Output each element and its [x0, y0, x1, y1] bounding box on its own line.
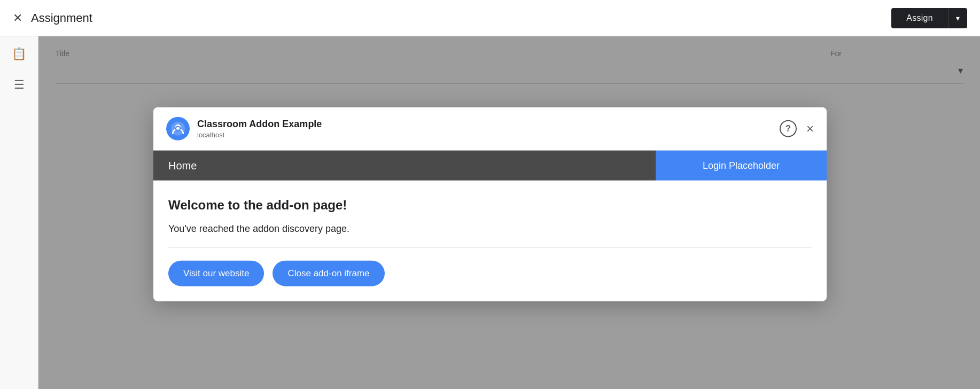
- assign-dropdown-arrow-icon: ▾: [956, 14, 960, 22]
- menu-icon: ☰: [14, 78, 25, 92]
- addon-subtitle: localhost: [197, 131, 322, 139]
- addon-logo: [166, 117, 190, 141]
- close-iframe-button[interactable]: Close add-on iframe: [273, 261, 384, 286]
- dialog-close-button[interactable]: ×: [806, 122, 814, 135]
- dialog-discovery-text: You've reached the addon discovery page.: [168, 223, 812, 235]
- addon-dialog: Classroom Addon Example localhost ? × Ho…: [153, 107, 827, 301]
- addon-logo-svg: [170, 121, 185, 136]
- assign-button-group: Assign ▾: [891, 8, 967, 28]
- nav-home-label: Home: [168, 159, 197, 172]
- close-page-icon[interactable]: ✕: [13, 11, 22, 25]
- dialog-welcome-text: Welcome to the add-on page!: [168, 198, 812, 213]
- clipboard-icon: 📋: [12, 47, 26, 61]
- dialog-body: Welcome to the add-on page! You've reach…: [153, 181, 827, 301]
- nav-login-label: Login Placeholder: [703, 160, 780, 171]
- assign-button[interactable]: Assign: [891, 8, 948, 28]
- dialog-nav: Home Login Placeholder: [153, 151, 827, 181]
- top-bar-left: ✕ Assignment: [13, 11, 92, 25]
- dialog-divider: [168, 247, 812, 248]
- visit-website-button[interactable]: Visit our website: [168, 261, 264, 286]
- help-button[interactable]: ?: [780, 120, 797, 137]
- addon-info: Classroom Addon Example localhost: [197, 119, 322, 139]
- top-bar: ✕ Assignment Assign ▾: [0, 0, 980, 36]
- dialog-buttons: Visit our website Close add-on iframe: [168, 261, 812, 286]
- sidebar: 📋 ☰: [0, 36, 38, 389]
- page-title: Assignment: [31, 11, 92, 25]
- dialog-header: Classroom Addon Example localhost ? ×: [153, 107, 827, 151]
- dialog-header-right: ? ×: [780, 120, 814, 137]
- addon-title: Classroom Addon Example: [197, 119, 322, 130]
- assign-dropdown-button[interactable]: ▾: [948, 8, 967, 28]
- nav-login[interactable]: Login Placeholder: [656, 151, 827, 181]
- dialog-header-left: Classroom Addon Example localhost: [166, 117, 322, 141]
- nav-home[interactable]: Home: [153, 151, 656, 181]
